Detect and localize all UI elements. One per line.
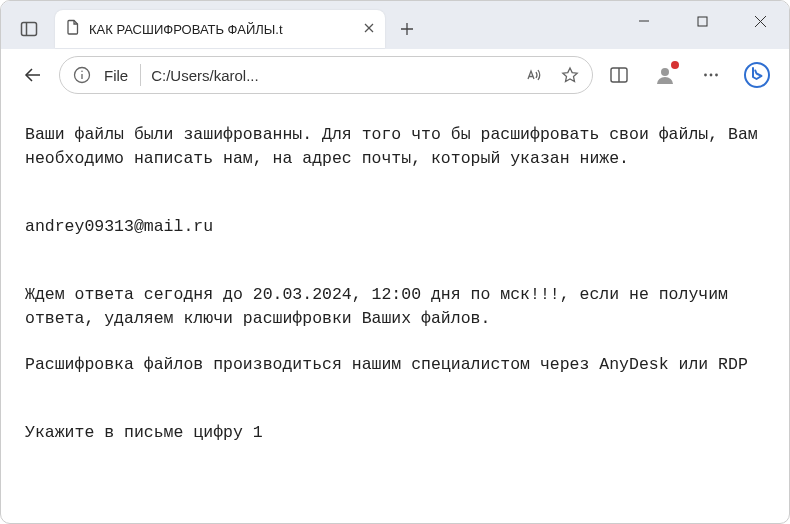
bing-button[interactable] xyxy=(737,55,777,95)
tab-title: КАК РАСШИФРОВАТЬ ФАЙЛЫ.t xyxy=(89,22,355,37)
split-screen-icon[interactable] xyxy=(599,55,639,95)
ransom-text-3: Расшифровка файлов производиться нашим с… xyxy=(25,353,765,377)
svg-point-18 xyxy=(710,74,713,77)
minimize-button[interactable] xyxy=(615,1,673,41)
svg-rect-0 xyxy=(22,23,37,36)
titlebar: КАК РАСШИФРОВАТЬ ФАЙЛЫ.t xyxy=(1,1,789,49)
maximize-button[interactable] xyxy=(673,1,731,41)
ransom-text-1: Ваши файлы были зашифрованны. Для того ч… xyxy=(25,123,765,171)
close-tab-button[interactable] xyxy=(363,20,375,38)
back-button[interactable] xyxy=(13,55,53,95)
tab-actions-button[interactable] xyxy=(9,11,49,47)
page-content: Ваши файлы были зашифрованны. Для того ч… xyxy=(1,101,789,466)
close-window-button[interactable] xyxy=(731,1,789,41)
ransom-email: andrey09313@mail.ru xyxy=(25,215,765,239)
address-protocol: File xyxy=(102,67,130,84)
file-icon xyxy=(65,19,81,39)
tab-strip: КАК РАСШИФРОВАТЬ ФАЙЛЫ.t xyxy=(9,1,425,49)
ransom-text-2: Ждем ответа сегодня до 20.03.2024, 12:00… xyxy=(25,283,765,331)
ransom-text-4: Укажите в письме цифру 1 xyxy=(25,421,765,445)
read-aloud-icon[interactable] xyxy=(518,59,550,91)
svg-rect-7 xyxy=(698,17,707,26)
svg-point-17 xyxy=(704,74,707,77)
address-path: C:/Users/karol... xyxy=(151,67,514,84)
window-controls xyxy=(615,1,789,49)
svg-point-13 xyxy=(81,71,83,73)
profile-button[interactable] xyxy=(645,55,685,95)
addressbar[interactable]: File C:/Users/karol... xyxy=(59,56,593,94)
favorite-icon[interactable] xyxy=(554,59,586,91)
active-tab[interactable]: КАК РАСШИФРОВАТЬ ФАЙЛЫ.t xyxy=(55,10,385,48)
site-info-icon[interactable] xyxy=(66,59,98,91)
address-divider xyxy=(140,64,141,86)
notification-dot-icon xyxy=(671,61,679,69)
svg-point-20 xyxy=(745,63,769,87)
svg-point-19 xyxy=(715,74,718,77)
toolbar: File C:/Users/karol... xyxy=(1,49,789,101)
new-tab-button[interactable] xyxy=(389,11,425,47)
svg-point-16 xyxy=(661,68,669,76)
more-button[interactable] xyxy=(691,55,731,95)
